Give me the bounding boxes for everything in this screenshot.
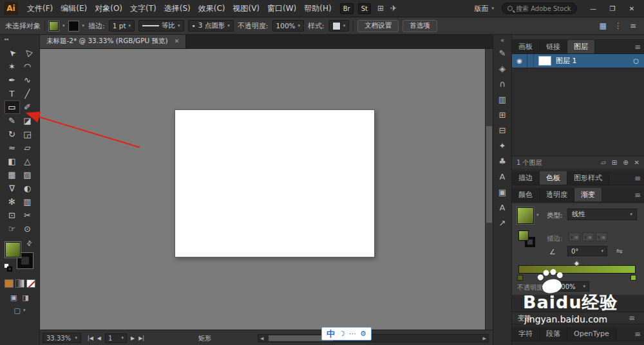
gear-icon[interactable]: ⚙ bbox=[360, 330, 366, 338]
image-panel-icon[interactable]: ▣ bbox=[493, 184, 511, 200]
artboard-number-select[interactable]: 1 ▾ bbox=[105, 333, 127, 343]
chevron-down-icon[interactable]: ▾ bbox=[62, 24, 65, 28]
blend-tool[interactable]: ◐ bbox=[20, 182, 35, 195]
rotate-tool[interactable]: ↻ bbox=[5, 127, 20, 141]
rectangle-tool[interactable]: ▭ bbox=[5, 100, 20, 114]
club-symbol-icon[interactable]: ♣ bbox=[493, 153, 511, 169]
perspective-grid-tool[interactable]: △ bbox=[20, 154, 35, 168]
control-menu-icon[interactable]: ≡ bbox=[630, 21, 636, 30]
none-mode-button[interactable] bbox=[26, 279, 35, 288]
transform-panel-header[interactable]: 变换 ≡ bbox=[512, 312, 644, 324]
panel-menu-icon[interactable]: ≡ bbox=[631, 171, 644, 185]
workspace-switcher[interactable]: 版面 ▾ bbox=[474, 4, 494, 14]
artboard-tool[interactable]: ⊡ bbox=[5, 209, 20, 222]
gradient-type-select[interactable]: 线性 ▾ bbox=[567, 209, 637, 220]
dock-columns-icon[interactable]: ⋮ bbox=[614, 21, 622, 30]
fill-swatch[interactable] bbox=[5, 242, 21, 257]
layers-stack-icon[interactable]: ⊞ bbox=[493, 107, 511, 122]
close-tab-icon[interactable]: ✕ bbox=[175, 38, 180, 44]
brush-select[interactable]: • 3 点圆形 ▾ bbox=[188, 20, 234, 32]
layer-name[interactable]: 图层 1 bbox=[556, 56, 633, 66]
tab-color[interactable]: 颜色 bbox=[512, 188, 540, 201]
panel-menu-icon[interactable]: ≡ bbox=[631, 327, 644, 340]
workspace-grid-icon[interactable]: ▦ bbox=[600, 21, 607, 30]
new-sublayer-icon[interactable]: ⊞ bbox=[612, 159, 617, 166]
fill-color-swatch[interactable] bbox=[49, 21, 59, 31]
last-artboard-button[interactable]: ▶| bbox=[138, 335, 144, 341]
panel-menu-icon[interactable]: ≡ bbox=[631, 40, 644, 53]
tab-gradient[interactable]: 渐变 bbox=[574, 188, 602, 201]
zoom-tool[interactable]: ⊙ bbox=[20, 222, 35, 236]
gradient-stop-left[interactable] bbox=[517, 275, 523, 281]
expand-panels-icon[interactable]: « bbox=[493, 35, 511, 45]
menu-item[interactable]: 对象(O) bbox=[91, 0, 126, 17]
export-arrow-icon[interactable]: ↗ bbox=[493, 215, 511, 230]
tab-stroke[interactable]: 描边 bbox=[512, 171, 540, 185]
menu-item[interactable]: 效果(C) bbox=[194, 0, 229, 17]
libraries-icon[interactable]: ⊟ bbox=[493, 122, 511, 138]
artboard[interactable] bbox=[175, 109, 375, 257]
horizontal-scrollbar[interactable]: ◀ ▶ bbox=[258, 334, 489, 342]
shape-builder-tool[interactable]: ◧ bbox=[5, 154, 20, 168]
vertical-scroll-thumb[interactable] bbox=[486, 126, 492, 223]
layer-target-icon[interactable]: ○ bbox=[633, 57, 639, 64]
menu-item[interactable]: 帮助(H) bbox=[300, 0, 335, 17]
menu-item[interactable]: 文字(T) bbox=[126, 0, 160, 17]
magnet-icon[interactable]: ∩ bbox=[493, 76, 511, 91]
stroke-within-button[interactable] bbox=[569, 232, 580, 241]
draw-normal-icon[interactable]: ▣ bbox=[10, 294, 17, 302]
chevron-down-icon[interactable]: ▾ bbox=[82, 24, 85, 28]
curvature-tool[interactable]: ∿ bbox=[20, 73, 35, 87]
tab-transparency[interactable]: 透明度 bbox=[540, 188, 574, 201]
layer-row[interactable]: ◉ 图层 1 ○ bbox=[512, 54, 644, 68]
menu-item[interactable]: 视图(V) bbox=[229, 0, 263, 17]
menu-item[interactable]: 文件(F) bbox=[23, 0, 57, 17]
menu-item[interactable]: 编辑(E) bbox=[57, 0, 91, 17]
document-setup-button[interactable]: 文档设置 bbox=[357, 20, 399, 32]
pencil-tool[interactable]: ✎ bbox=[5, 114, 20, 127]
pen-tool[interactable]: ✒ bbox=[5, 73, 20, 87]
mesh-tool[interactable]: ▦ bbox=[5, 168, 20, 182]
gradient-angle-select[interactable]: 0° ▾ bbox=[567, 246, 607, 256]
scale-tool[interactable]: ◲ bbox=[20, 127, 35, 141]
tab-layers[interactable]: 图层 bbox=[567, 40, 595, 53]
stroke-across-button[interactable] bbox=[596, 232, 607, 241]
pencil-icon[interactable]: ✎ bbox=[493, 45, 511, 61]
gradient-thumbnail[interactable] bbox=[517, 207, 534, 224]
delete-layer-icon[interactable]: ✕ bbox=[634, 159, 639, 166]
sparkle-icon[interactable]: ✦ bbox=[493, 138, 511, 153]
menu-item[interactable]: 选择(S) bbox=[160, 0, 194, 17]
visibility-eye-icon[interactable]: ◉ bbox=[512, 54, 527, 68]
gradient-stop-right[interactable] bbox=[630, 275, 636, 281]
arrange-documents-icon[interactable]: ⊞ bbox=[377, 4, 384, 13]
panel-menu-icon[interactable]: ≡ bbox=[631, 188, 644, 201]
prev-artboard-button[interactable]: ◀ bbox=[97, 335, 101, 341]
tab-links[interactable]: 链接 bbox=[540, 40, 567, 53]
stroke-color-swatch[interactable] bbox=[69, 21, 79, 31]
panel-menu-icon[interactable]: ≡ bbox=[625, 313, 638, 322]
zoom-level-select[interactable]: 33.33% ▾ bbox=[43, 333, 81, 343]
column-graph-tool[interactable]: ▥ bbox=[20, 195, 35, 209]
share-icon[interactable]: ✈ bbox=[390, 4, 397, 13]
draw-behind-icon[interactable]: ◨ bbox=[23, 294, 29, 302]
next-artboard-button[interactable]: ▶ bbox=[131, 335, 135, 341]
gradient-mode-button[interactable] bbox=[15, 279, 24, 288]
clipping-mask-icon[interactable]: ▱ bbox=[601, 159, 606, 166]
character-icon[interactable]: A bbox=[493, 200, 511, 215]
gradient-opacity-select[interactable]: 100% ▾ bbox=[553, 281, 589, 292]
ime-language-indicator[interactable]: 中 bbox=[327, 328, 335, 340]
compass-icon[interactable]: ◈ bbox=[493, 61, 511, 76]
reverse-gradient-icon[interactable]: ⇋ bbox=[616, 247, 623, 256]
ime-toolbar[interactable]: 中 ☽ ⋯ ⚙ bbox=[321, 327, 372, 340]
tab-artboards[interactable]: 画板 bbox=[512, 40, 540, 53]
style-select[interactable]: ▾ bbox=[328, 20, 350, 32]
layer-thumbnail[interactable] bbox=[538, 56, 551, 66]
menu-item[interactable]: 窗口(W) bbox=[263, 0, 300, 17]
moon-icon[interactable]: ☽ bbox=[339, 330, 345, 338]
scroll-right-icon[interactable]: ▶ bbox=[483, 336, 486, 341]
slice-tool[interactable]: ✂ bbox=[20, 209, 35, 222]
canvas[interactable] bbox=[40, 49, 493, 330]
toolbar-collapse-icon[interactable]: ◂◂ bbox=[0, 35, 39, 44]
symbol-sprayer-tool[interactable]: ✻ bbox=[5, 195, 20, 209]
tab-graphic-styles[interactable]: 图形样式 bbox=[567, 171, 609, 185]
